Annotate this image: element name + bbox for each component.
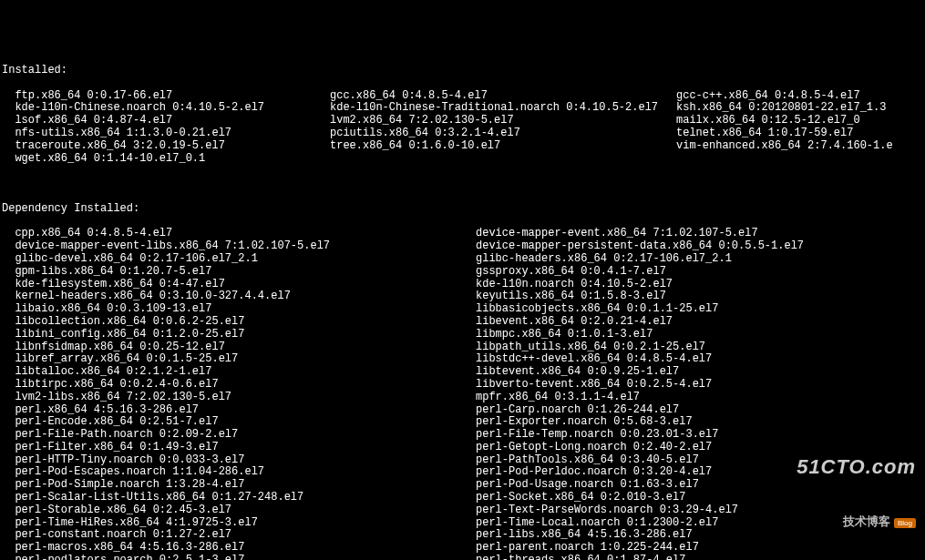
package-row: wget.x86_64 0:1.14-10.el7_0.1	[2, 153, 925, 166]
package-row: perl-macros.x86_64 4:5.16.3-286.el7perl-…	[2, 542, 925, 555]
package-row: perl-Pod-Escapes.noarch 1:1.04-286.el7pe…	[2, 466, 925, 479]
package: ftp.x86_64 0:0.17-66.el7	[2, 90, 330, 103]
package: perl-macros.x86_64 4:5.16.3-286.el7	[2, 542, 476, 555]
package: device-mapper-event.x86_64 7:1.02.107-5.…	[476, 227, 758, 239]
package: cpp.x86_64 0:4.8.5-4.el7	[2, 228, 476, 240]
package: libaio.x86_64 0:0.3.109-13.el7	[2, 303, 476, 316]
package-row: perl-Time-HiRes.x86_64 4:1.9725-3.el7per…	[2, 517, 925, 530]
package-row: device-mapper-event-libs.x86_64 7:1.02.1…	[2, 240, 925, 253]
package-row: perl-Scalar-List-Utils.x86_64 0:1.27-248…	[2, 492, 925, 504]
package: telnet.x86_64 1:0.17-59.el7	[676, 127, 853, 140]
package: perl-Pod-Perldoc.noarch 0:3.20-4.el7	[476, 465, 712, 478]
package-row: cpp.x86_64 0:4.8.5-4.el7device-mapper-ev…	[2, 228, 925, 240]
package-row: gpm-libs.x86_64 0:1.20.7-5.el7gssproxy.x…	[2, 266, 925, 279]
package-row: traceroute.x86_64 3:2.0.19-5.el7tree.x86…	[2, 140, 925, 153]
package-row: perl.x86_64 4:5.16.3-286.el7perl-Carp.no…	[2, 404, 925, 417]
package: lsof.x86_64 0:4.87-4.el7	[2, 115, 330, 127]
package: libverto-tevent.x86_64 0:0.2.5-4.el7	[476, 378, 712, 391]
package: tree.x86_64 0:1.6.0-10.el7	[330, 140, 676, 153]
package-row: lvm2-libs.x86_64 7:2.02.130-5.el7mpfr.x8…	[2, 392, 925, 404]
package-row: perl-Encode.x86_64 0:2.51-7.el7perl-Expo…	[2, 416, 925, 429]
package: mailx.x86_64 0:12.5-12.el7_0	[676, 115, 860, 127]
package: gpm-libs.x86_64 0:1.20.7-5.el7	[2, 266, 476, 279]
package: kde-l10n-Chinese-Traditional.noarch 0:4.…	[330, 102, 676, 115]
package: perl-Socket.x86_64 0:2.010-3.el7	[476, 491, 685, 504]
package-row: perl-Storable.x86_64 0:2.45-3.el7perl-Te…	[2, 504, 925, 517]
package-row: nfs-utils.x86_64 1:1.3.0-0.21.el7pciutil…	[2, 127, 925, 140]
package: libcollection.x86_64 0:0.6.2-25.el7	[2, 316, 476, 329]
package: kernel-headers.x86_64 0:3.10.0-327.4.4.e…	[2, 290, 476, 303]
package: perl-Time-HiRes.x86_64 4:1.9725-3.el7	[2, 517, 476, 530]
package: gcc-c++.x86_64 0:4.8.5-4.el7	[676, 90, 860, 103]
package: perl-Time-Local.noarch 0:1.2300-2.el7	[476, 516, 718, 529]
package: perl-HTTP-Tiny.noarch 0:0.033-3.el7	[2, 454, 476, 467]
package: libtalloc.x86_64 0:2.1.2-1.el7	[2, 366, 476, 379]
package: libref_array.x86_64 0:0.1.5-25.el7	[2, 353, 476, 366]
section-header-dep-installed: Dependency Installed:	[2, 203, 925, 216]
package: perl-File-Temp.noarch 0:0.23.01-3.el7	[476, 428, 718, 441]
package: libbasicobjects.x86_64 0:0.1.1-25.el7	[476, 302, 718, 315]
package-row: perl-Filter.x86_64 0:1.49-3.el7perl-Geto…	[2, 442, 925, 454]
package-row: kernel-headers.x86_64 0:3.10.0-327.4.4.e…	[2, 290, 925, 303]
package-row: kde-filesystem.x86_64 0:4-47.el7kde-l10n…	[2, 279, 925, 291]
package: perl-Pod-Usage.noarch 0:1.63-3.el7	[476, 478, 699, 491]
package: perl-libs.x86_64 4:5.16.3-286.el7	[476, 528, 693, 541]
section-header-installed: Installed:	[2, 65, 925, 77]
package: device-mapper-event-libs.x86_64 7:1.02.1…	[2, 240, 476, 253]
package: libtirpc.x86_64 0:0.2.4-0.6.el7	[2, 379, 476, 392]
package: perl-File-Path.noarch 0:2.09-2.el7	[2, 429, 476, 442]
package: perl-Carp.noarch 0:1.26-244.el7	[476, 403, 679, 416]
package: kde-l10n.noarch 0:4.10.5-2.el7	[476, 278, 673, 290]
package: nfs-utils.x86_64 1:1.3.0-0.21.el7	[2, 127, 330, 140]
package: gcc.x86_64 0:4.8.5-4.el7	[330, 90, 676, 103]
package: perl-constant.noarch 0:1.27-2.el7	[2, 529, 476, 542]
package-row: perl-podlators.noarch 0:2.5.1-3.el7perl-…	[2, 555, 925, 560]
package: perl-threads.x86_64 0:1.87-4.el7	[476, 554, 685, 560]
package: traceroute.x86_64 3:2.0.19-5.el7	[2, 140, 330, 153]
package: libevent.x86_64 0:2.0.21-4.el7	[476, 315, 673, 328]
package-row: lsof.x86_64 0:4.87-4.el7lvm2.x86_64 7:2.…	[2, 115, 925, 127]
package: perl-Storable.x86_64 0:2.45-3.el7	[2, 504, 476, 517]
package: kde-l10n-Chinese.noarch 0:4.10.5-2.el7	[2, 102, 330, 115]
terminal-output: Installed: ftp.x86_64 0:0.17-66.el7gcc.x…	[2, 52, 925, 560]
package: perl.x86_64 4:5.16.3-286.el7	[2, 404, 476, 417]
package: ksh.x86_64 0:20120801-22.el7_1.3	[676, 102, 886, 115]
package-row: libini_config.x86_64 0:1.2.0-25.el7libmp…	[2, 329, 925, 341]
package: libtevent.x86_64 0:0.9.25-1.el7	[476, 365, 679, 378]
package-row: perl-Pod-Simple.noarch 1:3.28-4.el7perl-…	[2, 479, 925, 492]
package: libpath_utils.x86_64 0:0.2.1-25.el7	[476, 341, 705, 353]
package: libmpc.x86_64 0:1.0.1-3.el7	[476, 328, 653, 341]
package-row: perl-File-Path.noarch 0:2.09-2.el7perl-F…	[2, 429, 925, 442]
package: pciutils.x86_64 0:3.2.1-4.el7	[330, 127, 676, 140]
package: lvm2.x86_64 7:2.02.130-5.el7	[330, 115, 676, 127]
package: libini_config.x86_64 0:1.2.0-25.el7	[2, 329, 476, 341]
package: perl-PathTools.x86_64 0:3.40-5.el7	[476, 453, 699, 466]
package-row: libaio.x86_64 0:0.3.109-13.el7libbasicob…	[2, 303, 925, 316]
package: glibc-headers.x86_64 0:2.17-106.el7_2.1	[476, 252, 732, 265]
package: libstdc++-devel.x86_64 0:4.8.5-4.el7	[476, 352, 712, 365]
package: gssproxy.x86_64 0:0.4.1-7.el7	[476, 265, 666, 278]
package-row: perl-constant.noarch 0:1.27-2.el7perl-li…	[2, 529, 925, 542]
package: perl-Filter.x86_64 0:1.49-3.el7	[2, 442, 476, 454]
package-row: ftp.x86_64 0:0.17-66.el7gcc.x86_64 0:4.8…	[2, 90, 925, 103]
package: perl-Encode.x86_64 0:2.51-7.el7	[2, 416, 476, 429]
package-row: glibc-devel.x86_64 0:2.17-106.el7_2.1gli…	[2, 253, 925, 266]
package: vim-enhanced.x86_64 2:7.4.160-1.e	[676, 140, 893, 153]
package-row: perl-HTTP-Tiny.noarch 0:0.033-3.el7perl-…	[2, 454, 925, 467]
package: wget.x86_64 0:1.14-10.el7_0.1	[2, 153, 330, 166]
package: libnfsidmap.x86_64 0:0.25-12.el7	[2, 341, 476, 354]
package-row: libtirpc.x86_64 0:0.2.4-0.6.el7libverto-…	[2, 379, 925, 392]
package-row: libtalloc.x86_64 0:2.1.2-1.el7libtevent.…	[2, 366, 925, 379]
package: kde-filesystem.x86_64 0:4-47.el7	[2, 279, 476, 291]
package: mpfr.x86_64 0:3.1.1-4.el7	[476, 391, 640, 403]
package: perl-podlators.noarch 0:2.5.1-3.el7	[2, 555, 476, 560]
package-row: libnfsidmap.x86_64 0:0.25-12.el7libpath_…	[2, 341, 925, 354]
package: perl-Getopt-Long.noarch 0:2.40-2.el7	[476, 441, 712, 453]
package-row: kde-l10n-Chinese.noarch 0:4.10.5-2.el7kd…	[2, 102, 925, 115]
package: lvm2-libs.x86_64 7:2.02.130-5.el7	[2, 392, 476, 404]
package: perl-Text-ParseWords.noarch 0:3.29-4.el7	[476, 504, 738, 516]
package: perl-Pod-Escapes.noarch 1:1.04-286.el7	[2, 466, 476, 479]
package: perl-Exporter.noarch 0:5.68-3.el7	[476, 415, 693, 428]
package: glibc-devel.x86_64 0:2.17-106.el7_2.1	[2, 253, 476, 266]
package: perl-Pod-Simple.noarch 1:3.28-4.el7	[2, 479, 476, 492]
